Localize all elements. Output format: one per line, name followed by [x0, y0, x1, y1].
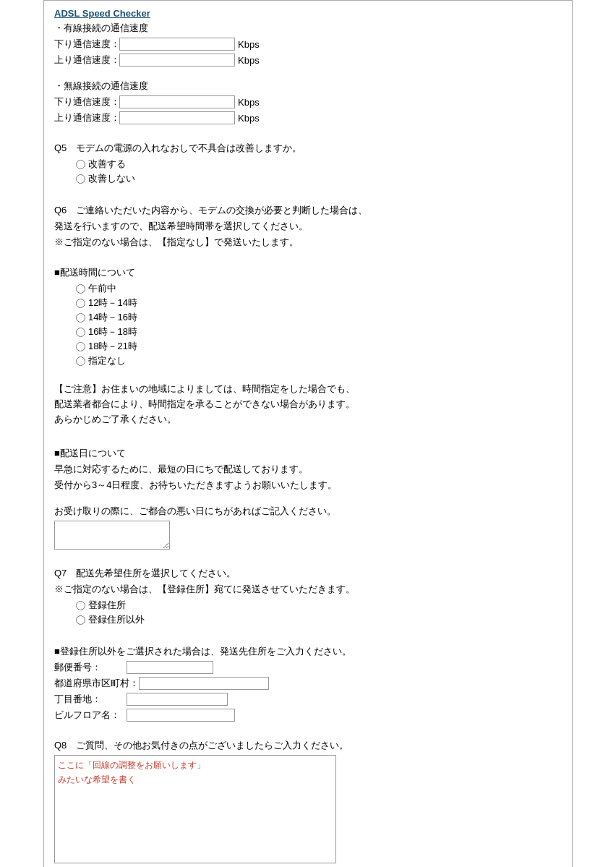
time-label-3: 16時－18時 [88, 325, 137, 338]
address-note: ■登録住所以外をご選択された場合は、発送先住所をご入力ください。 [54, 645, 562, 658]
q6-label: Q6 ご連絡いただいた内容から、モデムの交換が必要と判断した場合は、 [54, 204, 562, 217]
city-row: 都道府県市区町村： [54, 677, 562, 690]
q6-label2: 発送を行いますので、配送希望時間帯を選択してください。 [54, 220, 562, 233]
time-label-4: 18時－21時 [88, 340, 137, 353]
postal-row: 郵便番号： [54, 661, 562, 674]
wireless-up-input[interactable] [119, 111, 235, 124]
wireless-down-row: 下り通信速度： Kbps [54, 95, 562, 108]
time-label-5: 指定なし [88, 354, 126, 367]
q7-option-1: 登録住所以外 [76, 613, 562, 626]
notice-line1: 【ご注意】お住まいの地域によりましては、時間指定をした場合でも、 [54, 382, 562, 397]
q7-option-0: 登録住所 [76, 599, 562, 612]
wired-up-row: 上り通信速度： Kbps [54, 54, 562, 67]
time-label-1: 12時－14時 [88, 296, 137, 309]
notice-line2: 配送業者都合により、時間指定を承ることができない場合があります。 [54, 397, 562, 412]
q5-option-1-label: 改善しない [88, 172, 135, 185]
city-label: 都道府県市区町村： [54, 677, 139, 690]
q6-label-text: Q6 ご連絡いただいた内容から、モデムの交換が必要と判断した場合は、 [54, 205, 367, 215]
time-option-4: 18時－21時 [76, 340, 562, 353]
wired-down-label: 下り通信速度： [54, 38, 119, 51]
wireless-section-label: ・無線接続の通信速度 [54, 80, 562, 93]
delivery-date-heading: ■配送日について [54, 447, 562, 460]
postal-input[interactable] [127, 661, 213, 674]
q7-radio-registered[interactable] [76, 601, 85, 610]
time-label-0: 午前中 [88, 282, 116, 295]
wired-up-unit: Kbps [238, 55, 260, 66]
building-input[interactable] [127, 709, 235, 722]
q5-option-0: 改善する [76, 158, 562, 171]
q5-label: Q5 モデムの電源の入れなおしで不具合は改善しますか。 [54, 142, 562, 155]
time-option-1: 12時－14時 [76, 296, 562, 309]
time-option-3: 16時－18時 [76, 325, 562, 338]
wireless-down-unit: Kbps [238, 97, 260, 108]
building-label: ビルフロア名： [54, 709, 127, 722]
wireless-up-row: 上り通信速度： Kbps [54, 111, 562, 124]
q7-option-1-label: 登録住所以外 [88, 613, 145, 626]
wired-down-unit: Kbps [238, 39, 260, 50]
q7-note: ※ご指定のない場合は、【登録住所】宛てに発送させていただきます。 [54, 583, 562, 596]
page-title: ADSL Speed Checker [54, 8, 562, 19]
q7-label: Q7 配送先希望住所を選択してください。 [54, 567, 562, 580]
time-radio-2[interactable] [76, 313, 85, 323]
wired-up-label: 上り通信速度： [54, 54, 119, 67]
delivery-time-heading: ■配送時間について [54, 266, 562, 279]
street-label: 丁目番地： [54, 693, 127, 706]
building-row: ビルフロア名： [54, 709, 562, 722]
q7-radio-other[interactable] [76, 615, 85, 625]
time-radio-0[interactable] [76, 284, 85, 294]
q8-label: Q8 ご質問、その他お気付きの点がございましたらご入力ください。 [54, 739, 562, 752]
wireless-up-label: 上り通信速度： [54, 111, 119, 124]
wireless-down-input[interactable] [119, 95, 235, 108]
q5-radio-improve[interactable] [76, 160, 85, 169]
notice-line3: あらかじめご了承ください。 [54, 412, 562, 427]
delivery-notice: 【ご注意】お住まいの地域によりましては、時間指定をした場合でも、 配送業者都合に… [54, 382, 562, 427]
time-radio-1[interactable] [76, 299, 85, 308]
q7-option-0-label: 登録住所 [88, 599, 126, 612]
time-radio-4[interactable] [76, 342, 85, 351]
q8-textarea[interactable]: ここに「回線の調整をお願いします」 みたいな希望を書く [54, 755, 336, 863]
time-option-0: 午前中 [76, 282, 562, 295]
time-radio-5[interactable] [76, 356, 85, 366]
main-form: ADSL Speed Checker ・有線接続の通信速度 下り通信速度： Kb… [43, 0, 573, 867]
q7-radio-group: 登録住所 登録住所以外 [76, 599, 562, 626]
street-input[interactable] [127, 693, 228, 706]
receipt-note: お受け取りの際に、ご都合の悪い日にちがあればご記入ください。 [54, 505, 562, 518]
delivery-date-line2: 受付から3～4日程度、お待ちいただきますようお願いいたします。 [54, 479, 562, 492]
q6-note: ※ご指定のない場合は、【指定なし】で発送いたします。 [54, 236, 562, 249]
postal-label: 郵便番号： [54, 661, 127, 674]
q5-radio-group: 改善する 改善しない [76, 158, 562, 185]
time-option-2: 14時－16時 [76, 311, 562, 324]
delivery-time-group: 午前中 12時－14時 14時－16時 16時－18時 18時－21時 指定なし [76, 282, 562, 367]
wired-down-row: 下り通信速度： Kbps [54, 38, 562, 51]
q5-option-1: 改善しない [76, 172, 562, 185]
time-radio-3[interactable] [76, 328, 85, 337]
wired-down-input[interactable] [119, 38, 235, 51]
wireless-up-unit: Kbps [238, 113, 260, 124]
wired-section-label: ・有線接続の通信速度 [54, 22, 562, 35]
delivery-date-line1: 早急に対応するために、最短の日にちで配送しております。 [54, 463, 562, 476]
time-label-2: 14時－16時 [88, 311, 137, 324]
wireless-down-label: 下り通信速度： [54, 95, 119, 108]
receipt-textarea[interactable] [54, 521, 170, 550]
wired-up-input[interactable] [119, 54, 235, 67]
q5-radio-no-improve[interactable] [76, 174, 85, 184]
city-input[interactable] [139, 677, 269, 690]
q5-option-0-label: 改善する [88, 158, 126, 171]
street-row: 丁目番地： [54, 693, 562, 706]
time-option-5: 指定なし [76, 354, 562, 367]
